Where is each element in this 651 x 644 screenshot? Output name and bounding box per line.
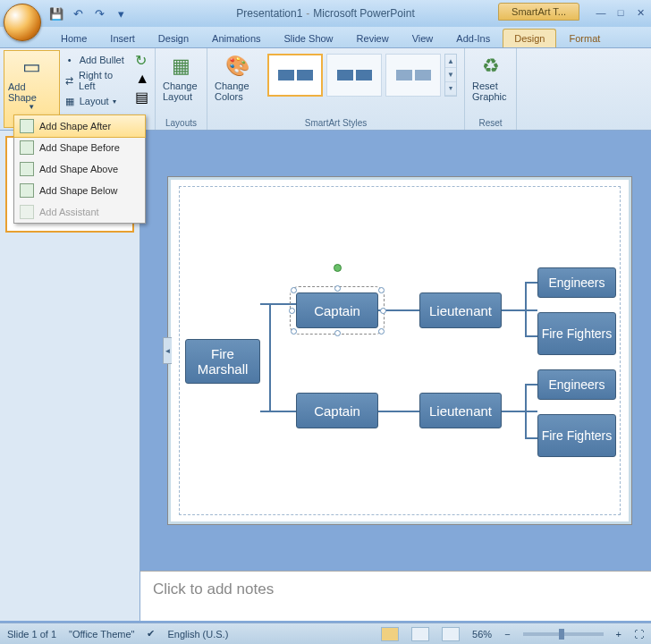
node-engineers-1[interactable]: Engineers	[537, 267, 616, 298]
tab-view[interactable]: View	[402, 30, 444, 47]
add-shape-after[interactable]: Add Shape After	[13, 114, 146, 138]
change-colors-button[interactable]: 🎨 Change Colors	[211, 50, 264, 104]
connector	[260, 303, 296, 305]
tab-smartart-format[interactable]: Format	[558, 30, 611, 47]
tab-insert[interactable]: Insert	[99, 30, 146, 47]
tab-slide-show[interactable]: Slide Show	[274, 30, 344, 47]
node-lieutenant-2[interactable]: Lieutenant	[419, 393, 502, 428]
zoom-out-button[interactable]: −	[504, 629, 510, 640]
office-button[interactable]	[4, 4, 41, 41]
add-shape-dropdown: Add Shape After Add Shape Before Add Sha…	[13, 114, 146, 224]
group-smartart-styles: 🎨 Change Colors ▲ ▼ ▾ SmartArt Styles	[207, 48, 465, 130]
zoom-percent[interactable]: 56%	[472, 629, 492, 640]
add-shape-below[interactable]: Add Shape Below	[14, 180, 145, 201]
slide[interactable]: ◄ Fire Marshall	[167, 176, 632, 525]
tab-design[interactable]: Design	[148, 30, 199, 47]
node-engineers-2[interactable]: Engineers	[537, 369, 616, 400]
fit-window-button[interactable]: ⛶	[634, 629, 644, 640]
view-slideshow-button[interactable]	[442, 627, 460, 641]
quick-access-toolbar: 💾 ↶ ↷ ▾	[48, 5, 129, 21]
resize-handle[interactable]	[289, 308, 295, 314]
group-styles-label: SmartArt Styles	[207, 118, 464, 128]
add-shape-before[interactable]: Add Shape Before	[14, 137, 145, 158]
change-layout-button[interactable]: ▦ Change Layout	[159, 50, 203, 104]
notes-pane[interactable]: Click to add notes	[140, 571, 651, 621]
tab-add-ins[interactable]: Add-Ins	[445, 30, 501, 47]
connector	[260, 411, 296, 412]
style-item-1[interactable]	[267, 54, 323, 97]
slide-indicator: Slide 1 of 1	[7, 629, 56, 640]
tab-review[interactable]: Review	[346, 30, 400, 47]
dropdown-arrow-icon: ▼	[28, 103, 35, 111]
maximize-button[interactable]: □	[613, 5, 628, 20]
add-bullet-button[interactable]: •Add Bullet	[60, 52, 134, 68]
node-lieutenant-1[interactable]: Lieutenant	[419, 292, 502, 328]
resize-handle[interactable]	[291, 328, 297, 335]
tab-animations[interactable]: Animations	[201, 30, 271, 47]
gallery-up-icon[interactable]: ▲	[445, 55, 456, 68]
group-reset-label: Reset	[465, 118, 516, 128]
gallery-more-icon[interactable]: ▾	[445, 82, 456, 96]
qat-more-icon[interactable]: ▾	[113, 5, 129, 21]
canvas: ◄ Fire Marshall	[140, 131, 651, 571]
reset-graphic-button[interactable]: ♻ Reset Graphic	[469, 50, 512, 104]
group-reset: ♻ Reset Graphic Reset	[465, 48, 517, 130]
node-captain-1[interactable]: Captain	[296, 292, 378, 328]
text-pane-toggle[interactable]: ◄	[163, 337, 172, 364]
chevron-down-icon: ▾	[113, 97, 116, 106]
window-controls: — □ ✕	[594, 5, 647, 20]
rotate-handle[interactable]	[334, 264, 342, 272]
resize-handle[interactable]	[291, 287, 297, 293]
contextual-tab-label: SmartArt T...	[498, 3, 579, 21]
resize-handle[interactable]	[378, 328, 385, 335]
node-captain-2[interactable]: Captain	[296, 393, 378, 428]
zoom-in-button[interactable]: +	[616, 629, 621, 640]
redo-button[interactable]: ↷	[91, 5, 107, 21]
layout-icon: ▦	[63, 95, 76, 107]
smartart-frame[interactable]: Fire Marshall Captain Captain Lieutenant…	[179, 186, 621, 515]
shape-below-icon	[20, 183, 34, 198]
add-bullet-label: Add Bullet	[80, 55, 124, 65]
node-root[interactable]: Fire Marshall	[185, 339, 260, 384]
bullet-icon: •	[63, 54, 76, 66]
resize-handle[interactable]	[380, 308, 386, 314]
spellcheck-icon[interactable]: ✔	[147, 628, 155, 640]
view-sorter-button[interactable]	[411, 627, 429, 641]
resize-handle[interactable]	[334, 330, 341, 336]
connector	[525, 335, 537, 337]
theme-indicator: "Office Theme"	[69, 629, 134, 640]
layout-button[interactable]: ▦Layout▾	[60, 93, 134, 109]
style-item-2[interactable]	[326, 54, 382, 97]
save-button[interactable]: 💾	[48, 5, 64, 21]
view-normal-button[interactable]	[381, 627, 399, 641]
move-up-icon[interactable]: ▲	[135, 71, 149, 87]
text-pane-icon[interactable]: ▤	[135, 89, 149, 106]
reset-graphic-label: Reset Graphic	[472, 80, 509, 102]
zoom-slider[interactable]	[523, 632, 604, 636]
node-firefighters-1[interactable]: Fire Fighters	[537, 312, 616, 355]
rtl-icon: ⇄	[63, 74, 75, 87]
connector	[525, 384, 537, 386]
status-bar: Slide 1 of 1 "Office Theme" ✔ English (U…	[0, 623, 651, 644]
gallery-down-icon[interactable]: ▼	[445, 68, 456, 81]
resize-handle[interactable]	[378, 287, 385, 293]
promote-icon[interactable]: ↻	[135, 52, 149, 69]
title-bar: 💾 ↶ ↷ ▾ Presentation1 - Microsoft PowerP…	[0, 0, 651, 27]
tab-home[interactable]: Home	[50, 30, 97, 47]
tab-smartart-design[interactable]: Design	[503, 29, 556, 47]
language-indicator[interactable]: English (U.S.)	[167, 629, 228, 640]
app-name: Microsoft PowerPoint	[313, 7, 414, 20]
close-button[interactable]: ✕	[633, 5, 647, 20]
node-firefighters-2[interactable]: Fire Fighters	[537, 414, 616, 457]
connector	[502, 411, 537, 412]
right-to-left-button[interactable]: ⇄Right to Left	[60, 68, 134, 93]
style-item-3[interactable]	[385, 54, 441, 97]
add-assistant-label: Add Assistant	[39, 207, 99, 217]
undo-button[interactable]: ↶	[70, 5, 86, 21]
resize-handle[interactable]	[334, 285, 341, 292]
assistant-icon	[20, 205, 34, 219]
minimize-button[interactable]: —	[594, 5, 608, 20]
add-shape-below-label: Add Shape Below	[39, 185, 117, 196]
zoom-thumb[interactable]	[559, 629, 564, 640]
add-shape-above[interactable]: Add Shape Above	[14, 158, 145, 180]
